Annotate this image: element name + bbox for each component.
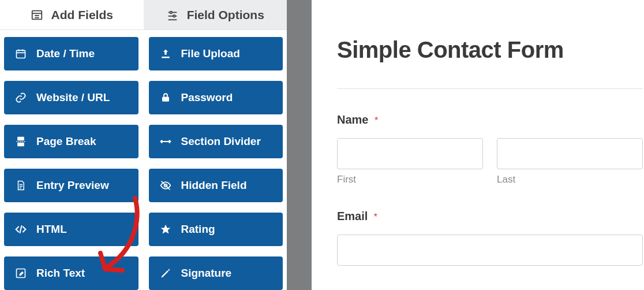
field-rich-text[interactable]: Rich Text [4, 256, 138, 290]
field-label: Rating [181, 223, 273, 236]
code-icon [14, 223, 27, 236]
pagebreak-icon [14, 135, 27, 148]
upload-icon [159, 47, 172, 60]
field-date-time[interactable]: Date / Time [4, 37, 138, 70]
form-field-name[interactable]: Name * First Last [337, 113, 643, 185]
field-label: Date / Time [36, 47, 128, 60]
field-label: File Upload [181, 47, 273, 60]
sublabel-last: Last [497, 174, 643, 185]
form-icon [31, 9, 43, 21]
tab-label: Field Options [187, 8, 264, 22]
document-icon [14, 179, 27, 192]
svg-marker-25 [160, 225, 170, 234]
required-marker: * [375, 116, 378, 125]
field-signature[interactable]: Signature [149, 256, 283, 290]
field-label: Page Break [36, 135, 128, 148]
required-marker: * [374, 212, 377, 222]
field-label: Rich Text [36, 267, 128, 280]
field-section-divider[interactable]: Section Divider [149, 125, 283, 158]
form-preview: Simple Contact Form Name * First Last Em… [312, 0, 644, 290]
lock-icon [159, 91, 172, 104]
field-page-break[interactable]: Page Break [4, 125, 138, 158]
tab-label: Add Fields [51, 8, 113, 22]
field-rating[interactable]: Rating [149, 213, 283, 246]
svg-rect-9 [17, 50, 25, 58]
svg-rect-14 [162, 97, 169, 102]
tab-add-fields[interactable]: Add Fields [0, 0, 144, 29]
field-label: Signature [181, 267, 273, 280]
field-label: Password [181, 91, 273, 104]
field-file-upload[interactable]: File Upload [149, 37, 283, 70]
field-label-email: Email [337, 210, 368, 222]
left-panel: Add Fields Field Options Date / Time [0, 0, 287, 290]
svg-point-7 [173, 15, 175, 17]
field-entry-preview[interactable]: Entry Preview [4, 169, 138, 202]
link-icon [14, 91, 27, 104]
svg-rect-15 [17, 137, 24, 141]
fields-grid: Date / Time File Upload Website / URL Pa… [0, 30, 287, 290]
svg-rect-13 [162, 57, 169, 58]
form-field-email[interactable]: Email * [337, 210, 643, 266]
divider-icon [159, 135, 172, 148]
field-password[interactable]: Password [149, 81, 283, 114]
sublabel-first: First [337, 174, 483, 185]
svg-rect-16 [17, 143, 24, 147]
field-website-url[interactable]: Website / URL [4, 81, 138, 114]
input-email[interactable] [337, 235, 643, 266]
form-divider [337, 88, 643, 89]
sliders-icon [166, 9, 179, 21]
calendar-icon [14, 47, 27, 60]
pen-icon [159, 267, 172, 280]
panel-gutter [287, 0, 312, 290]
svg-line-24 [20, 225, 21, 233]
edit-icon [14, 267, 27, 280]
field-label: Entry Preview [36, 179, 128, 192]
star-icon [159, 223, 172, 236]
field-hidden-field[interactable]: Hidden Field [149, 169, 283, 202]
panel-tabs: Add Fields Field Options [0, 0, 287, 30]
field-html[interactable]: HTML [4, 213, 138, 246]
form-title: Simple Contact Form [337, 37, 644, 63]
field-label: Hidden Field [181, 179, 273, 192]
svg-point-5 [170, 11, 172, 13]
field-label: Website / URL [36, 91, 128, 104]
field-label: Section Divider [181, 135, 273, 148]
field-label: HTML [36, 223, 128, 236]
eye-off-icon [159, 179, 172, 192]
tab-field-options[interactable]: Field Options [144, 0, 287, 29]
field-label-name: Name [337, 113, 368, 126]
input-first-name[interactable] [337, 138, 483, 169]
input-last-name[interactable] [497, 138, 643, 169]
